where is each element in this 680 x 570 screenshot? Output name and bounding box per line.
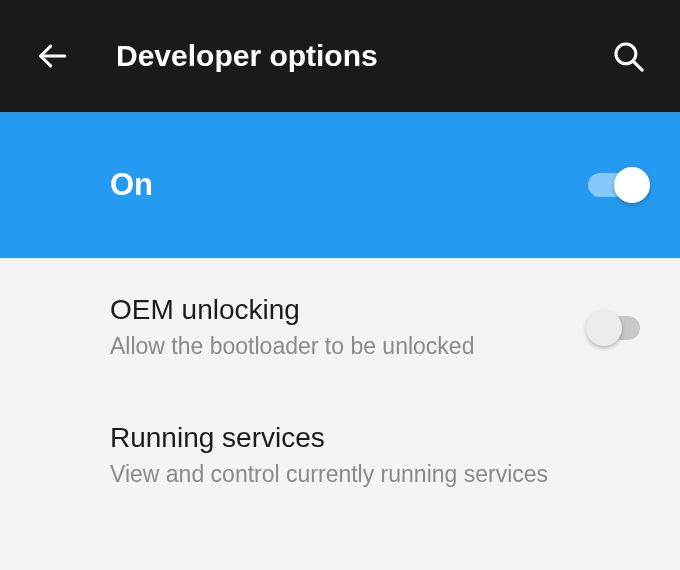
settings-item-oem-unlocking[interactable]: OEM unlocking Allow the bootloader to be… — [0, 264, 680, 392]
app-bar: Developer options — [0, 0, 680, 112]
search-icon — [611, 39, 645, 73]
settings-text: OEM unlocking Allow the bootloader to be… — [110, 294, 588, 362]
back-arrow-icon — [35, 39, 69, 73]
master-toggle-switch[interactable] — [588, 170, 650, 200]
page-title: Developer options — [116, 39, 606, 73]
settings-item-subtitle: View and control currently running servi… — [110, 460, 650, 490]
switch-thumb — [586, 310, 622, 346]
back-button[interactable] — [30, 34, 74, 78]
svg-line-2 — [633, 61, 642, 70]
settings-list: OEM unlocking Allow the bootloader to be… — [0, 258, 680, 520]
master-toggle-row[interactable]: On — [0, 112, 680, 258]
settings-item-title: Running services — [110, 422, 650, 454]
oem-unlocking-switch[interactable] — [588, 313, 650, 343]
settings-item-subtitle: Allow the bootloader to be unlocked — [110, 332, 588, 362]
switch-thumb — [614, 167, 650, 203]
settings-item-title: OEM unlocking — [110, 294, 588, 326]
master-toggle-label: On — [110, 167, 588, 203]
settings-item-running-services[interactable]: Running services View and control curren… — [0, 392, 680, 520]
search-button[interactable] — [606, 34, 650, 78]
settings-text: Running services View and control curren… — [110, 422, 650, 490]
